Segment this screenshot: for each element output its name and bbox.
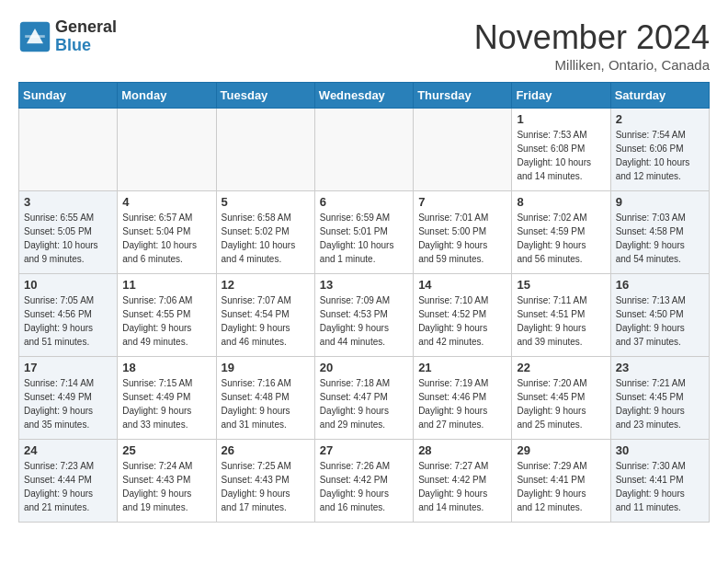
calendar-cell: 11Sunrise: 7:06 AM Sunset: 4:55 PM Dayli… — [118, 274, 216, 357]
day-number: 10 — [24, 278, 112, 292]
calendar-cell: 29Sunrise: 7:29 AM Sunset: 4:41 PM Dayli… — [512, 440, 610, 523]
day-number: 22 — [517, 361, 605, 374]
day-info: Sunrise: 7:21 AM Sunset: 4:45 PM Dayligh… — [616, 376, 704, 431]
calendar-table: SundayMondayTuesdayWednesdayThursdayFrid… — [18, 82, 710, 523]
day-number: 25 — [122, 443, 210, 457]
svg-rect-2 — [25, 35, 45, 38]
calendar-cell: 4Sunrise: 6:57 AM Sunset: 5:04 PM Daylig… — [118, 191, 216, 274]
day-number: 7 — [418, 195, 506, 209]
calendar-cell — [118, 109, 216, 191]
day-number: 6 — [320, 195, 408, 209]
calendar-cell: 2Sunrise: 7:54 AM Sunset: 6:06 PM Daylig… — [610, 109, 709, 191]
weekday-header: Tuesday — [216, 83, 314, 109]
day-number: 21 — [418, 361, 506, 374]
calendar-week-row: 1Sunrise: 7:53 AM Sunset: 6:08 PM Daylig… — [19, 109, 710, 191]
day-info: Sunrise: 7:11 AM Sunset: 4:51 PM Dayligh… — [517, 293, 605, 349]
calendar-cell: 10Sunrise: 7:05 AM Sunset: 4:56 PM Dayli… — [19, 274, 118, 357]
calendar-cell: 28Sunrise: 7:27 AM Sunset: 4:42 PM Dayli… — [414, 440, 512, 523]
logo-icon — [18, 20, 51, 53]
weekday-header: Friday — [512, 83, 610, 109]
calendar-cell: 21Sunrise: 7:19 AM Sunset: 4:46 PM Dayli… — [414, 357, 512, 440]
day-info: Sunrise: 7:30 AM Sunset: 4:41 PM Dayligh… — [616, 459, 704, 514]
day-info: Sunrise: 6:59 AM Sunset: 5:01 PM Dayligh… — [320, 211, 408, 266]
calendar-cell: 20Sunrise: 7:18 AM Sunset: 4:47 PM Dayli… — [314, 357, 413, 440]
day-info: Sunrise: 7:13 AM Sunset: 4:50 PM Dayligh… — [616, 293, 704, 349]
calendar-week-row: 10Sunrise: 7:05 AM Sunset: 4:56 PM Dayli… — [19, 274, 710, 357]
calendar-cell: 14Sunrise: 7:10 AM Sunset: 4:52 PM Dayli… — [414, 274, 512, 357]
calendar-week-row: 24Sunrise: 7:23 AM Sunset: 4:44 PM Dayli… — [19, 440, 710, 523]
day-info: Sunrise: 6:57 AM Sunset: 5:04 PM Dayligh… — [122, 211, 210, 266]
day-number: 5 — [222, 195, 310, 209]
calendar-cell: 7Sunrise: 7:01 AM Sunset: 5:00 PM Daylig… — [414, 191, 512, 274]
calendar-header-row: SundayMondayTuesdayWednesdayThursdayFrid… — [19, 83, 710, 109]
weekday-header: Monday — [118, 83, 216, 109]
calendar-cell: 18Sunrise: 7:15 AM Sunset: 4:49 PM Dayli… — [118, 357, 216, 440]
day-info: Sunrise: 7:26 AM Sunset: 4:42 PM Dayligh… — [320, 459, 408, 514]
weekday-header: Wednesday — [314, 83, 413, 109]
calendar-cell: 3Sunrise: 6:55 AM Sunset: 5:05 PM Daylig… — [19, 191, 118, 274]
day-number: 20 — [320, 361, 408, 374]
day-number: 18 — [122, 361, 210, 374]
day-info: Sunrise: 7:20 AM Sunset: 4:45 PM Dayligh… — [517, 376, 605, 431]
day-info: Sunrise: 7:01 AM Sunset: 5:00 PM Dayligh… — [418, 211, 506, 266]
calendar-body: 1Sunrise: 7:53 AM Sunset: 6:08 PM Daylig… — [19, 109, 710, 523]
calendar-cell: 12Sunrise: 7:07 AM Sunset: 4:54 PM Dayli… — [216, 274, 314, 357]
day-info: Sunrise: 7:06 AM Sunset: 4:55 PM Dayligh… — [122, 293, 210, 349]
day-info: Sunrise: 7:05 AM Sunset: 4:56 PM Dayligh… — [24, 293, 112, 349]
day-number: 4 — [122, 195, 210, 209]
logo-line2: Blue — [55, 37, 117, 55]
day-info: Sunrise: 7:18 AM Sunset: 4:47 PM Dayligh… — [320, 376, 408, 431]
calendar-cell: 25Sunrise: 7:24 AM Sunset: 4:43 PM Dayli… — [118, 440, 216, 523]
calendar-cell: 30Sunrise: 7:30 AM Sunset: 4:41 PM Dayli… — [610, 440, 709, 523]
calendar-cell: 16Sunrise: 7:13 AM Sunset: 4:50 PM Dayli… — [610, 274, 709, 357]
day-info: Sunrise: 7:15 AM Sunset: 4:49 PM Dayligh… — [122, 376, 210, 431]
day-number: 16 — [616, 278, 704, 292]
day-number: 12 — [222, 278, 310, 292]
weekday-header: Thursday — [414, 83, 512, 109]
calendar-cell: 6Sunrise: 6:59 AM Sunset: 5:01 PM Daylig… — [314, 191, 413, 274]
day-number: 29 — [517, 443, 605, 457]
day-info: Sunrise: 7:03 AM Sunset: 4:58 PM Dayligh… — [616, 211, 704, 266]
day-info: Sunrise: 7:09 AM Sunset: 4:53 PM Dayligh… — [320, 293, 408, 349]
day-number: 24 — [24, 443, 112, 457]
title-block: November 2024 Milliken, Ontario, Canada — [474, 18, 710, 73]
day-info: Sunrise: 6:58 AM Sunset: 5:02 PM Dayligh… — [222, 211, 310, 266]
day-info: Sunrise: 7:24 AM Sunset: 4:43 PM Dayligh… — [122, 459, 210, 514]
calendar-cell: 26Sunrise: 7:25 AM Sunset: 4:43 PM Dayli… — [216, 440, 314, 523]
calendar-cell: 9Sunrise: 7:03 AM Sunset: 4:58 PM Daylig… — [610, 191, 709, 274]
day-number: 23 — [616, 361, 704, 374]
calendar-cell: 19Sunrise: 7:16 AM Sunset: 4:48 PM Dayli… — [216, 357, 314, 440]
calendar-week-row: 3Sunrise: 6:55 AM Sunset: 5:05 PM Daylig… — [19, 191, 710, 274]
day-number: 28 — [418, 443, 506, 457]
day-number: 30 — [616, 443, 704, 457]
day-info: Sunrise: 7:14 AM Sunset: 4:49 PM Dayligh… — [24, 376, 112, 431]
day-info: Sunrise: 6:55 AM Sunset: 5:05 PM Dayligh… — [24, 211, 112, 266]
logo: General Blue — [18, 18, 117, 55]
day-info: Sunrise: 7:27 AM Sunset: 4:42 PM Dayligh… — [418, 459, 506, 514]
day-info: Sunrise: 7:23 AM Sunset: 4:44 PM Dayligh… — [24, 459, 112, 514]
calendar-cell: 24Sunrise: 7:23 AM Sunset: 4:44 PM Dayli… — [19, 440, 118, 523]
day-info: Sunrise: 7:07 AM Sunset: 4:54 PM Dayligh… — [222, 293, 310, 349]
day-number: 17 — [24, 361, 112, 374]
day-info: Sunrise: 7:16 AM Sunset: 4:48 PM Dayligh… — [222, 376, 310, 431]
logo-text: General Blue — [55, 18, 117, 55]
day-number: 8 — [517, 195, 605, 209]
day-number: 26 — [222, 443, 310, 457]
day-info: Sunrise: 7:29 AM Sunset: 4:41 PM Dayligh… — [517, 459, 605, 514]
day-info: Sunrise: 7:02 AM Sunset: 4:59 PM Dayligh… — [517, 211, 605, 266]
day-number: 11 — [122, 278, 210, 292]
day-info: Sunrise: 7:53 AM Sunset: 6:08 PM Dayligh… — [517, 128, 605, 183]
day-number: 2 — [616, 112, 704, 126]
calendar-cell — [414, 109, 512, 191]
day-number: 15 — [517, 278, 605, 292]
calendar-cell: 5Sunrise: 6:58 AM Sunset: 5:02 PM Daylig… — [216, 191, 314, 274]
calendar-cell — [314, 109, 413, 191]
day-info: Sunrise: 7:10 AM Sunset: 4:52 PM Dayligh… — [418, 293, 506, 349]
calendar-cell — [216, 109, 314, 191]
calendar-cell: 23Sunrise: 7:21 AM Sunset: 4:45 PM Dayli… — [610, 357, 709, 440]
day-number: 14 — [418, 278, 506, 292]
calendar-cell: 27Sunrise: 7:26 AM Sunset: 4:42 PM Dayli… — [314, 440, 413, 523]
day-number: 9 — [616, 195, 704, 209]
calendar-cell: 1Sunrise: 7:53 AM Sunset: 6:08 PM Daylig… — [512, 109, 610, 191]
calendar-cell: 22Sunrise: 7:20 AM Sunset: 4:45 PM Dayli… — [512, 357, 610, 440]
